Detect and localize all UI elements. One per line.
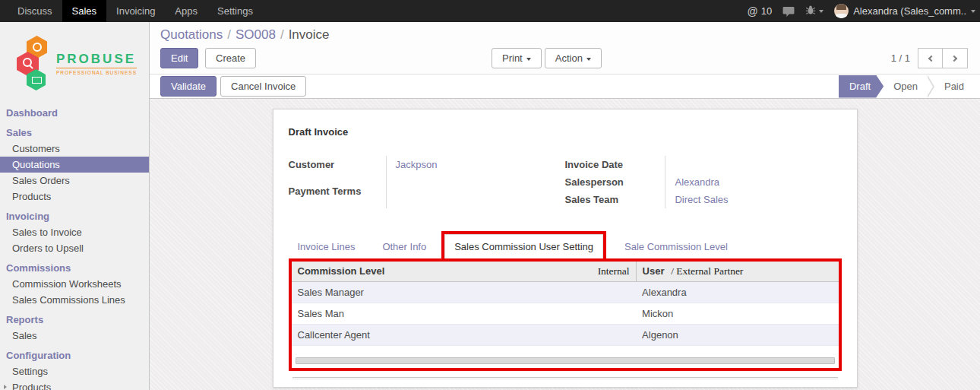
action-dropdown-button[interactable]: Action [545,48,602,68]
activities-counter[interactable]: @ 10 [747,5,772,17]
invoice-date-value [665,156,841,173]
sidebar-item-sales-to-invoice[interactable]: Sales to Invoice [0,224,149,240]
sales-team-value-link[interactable]: Direct Sales [665,191,841,208]
topbar-systray: @ 10 Alexandra (Sales_comm.. [747,0,980,22]
user-menu[interactable]: Alexandra (Sales_comm.. [834,4,975,18]
sidebar-item-sales-report[interactable]: Sales [0,328,149,344]
tab-sale-commission-level[interactable]: Sale Commission Level [615,235,737,258]
breadcrumb-quotations[interactable]: Quotations [160,27,223,42]
sidebar-item-label: Products [12,382,51,390]
commission-level-cell: Sales Man [292,303,637,325]
invoice-sheet: Draft Invoice Customer Jackpson Payment … [273,109,858,388]
horizontal-scrollbar[interactable] [296,357,835,364]
bug-icon [805,5,816,17]
table-row[interactable]: Sales Manager Alexandra [292,282,839,303]
field-invoice-date: Invoice Date [564,156,841,173]
statusbar: Validate Cancel Invoice Draft Open Paid [150,75,980,99]
menu-sales[interactable]: Sales [62,0,107,22]
column-header-user[interactable]: User / External Partner [636,262,838,282]
table-header-row: Commission Level Internal User / Externa… [292,262,839,282]
create-button[interactable]: Create [205,48,256,68]
user-name: Alexandra (Sales_comm.. [853,5,966,17]
activities-count: 10 [761,5,772,17]
notebook-tabs: Invoice Lines Other Info Sales Commissio… [289,234,842,258]
column-header-commission-level[interactable]: Commission Level Internal [292,262,637,282]
invoice-title: Draft Invoice [289,126,842,138]
breadcrumb-so008[interactable]: SO008 [236,27,276,42]
chevron-down-icon [526,58,531,61]
tab-other-info[interactable]: Other Info [373,235,435,258]
logo-text: PROBUSE PROFESSIONAL BUSINESS [56,52,137,75]
pager-next-button[interactable] [943,48,968,68]
tab-invoice-lines[interactable]: Invoice Lines [289,235,365,258]
pager: 1 / 1 [891,48,968,68]
sidebar-heading-invoicing[interactable]: Invoicing [0,208,149,224]
status-open[interactable]: Open [884,75,928,98]
sidebar-nav: Dashboard Sales Customers Quotations Sal… [0,105,149,390]
sidebar-item-products[interactable]: Products [0,189,149,205]
sidebar-heading-reports[interactable]: Reports [0,312,149,328]
validate-button[interactable]: Validate [160,76,217,97]
customer-value-link[interactable]: Jackpson [386,156,548,182]
sidebar-item-settings[interactable]: Settings [0,363,149,379]
external-partner-header-label: / External Partner [671,265,743,277]
sidebar-item-sales-commissions-lines[interactable]: Sales Commissions Lines [0,292,149,308]
sidebar-heading-sales[interactable]: Sales [0,125,149,141]
status-paid[interactable]: Paid [934,75,974,98]
messages-icon[interactable] [782,6,795,17]
sidebar-item-orders-to-upsell[interactable]: Orders to Upsell [0,240,149,256]
field-payment-terms: Payment Terms [289,182,548,209]
status-pipeline: Draft Open Paid [839,75,974,98]
mention-icon: @ [747,5,757,17]
logo-brand-name: PROBUSE [56,52,137,67]
sidebar-item-products-config[interactable]: Products [0,379,149,390]
sidebar-item-customers[interactable]: Customers [0,141,149,157]
cancel-invoice-button[interactable]: Cancel Invoice [220,76,306,97]
top-menu: Discuss Sales Invoicing Apps Settings [0,0,263,22]
print-dropdown-button[interactable]: Print [492,48,542,68]
app-root: Discuss Sales Invoicing Apps Settings @ … [0,0,980,390]
sidebar-item-quotations[interactable]: Quotations [0,157,149,173]
top-navbar: Discuss Sales Invoicing Apps Settings @ … [0,0,980,22]
form-fields: Customer Jackpson Payment Terms Invoice … [289,156,842,208]
debug-menu[interactable] [805,5,824,17]
chevron-down-icon [819,10,824,13]
breadcrumb-current: Invoice [289,27,330,42]
chevron-left-icon [928,55,934,61]
payment-terms-value [386,182,548,209]
commission-level-cell: Callcenter Agent [292,325,637,346]
status-draft[interactable]: Draft [839,75,884,98]
sidebar-heading-configuration[interactable]: Configuration [0,347,149,363]
sidebar-heading-dashboard[interactable]: Dashboard [0,105,149,121]
field-sales-team: Sales Team Direct Sales [564,191,841,208]
form-view-background: Draft Invoice Customer Jackpson Payment … [150,99,980,390]
menu-invoicing[interactable]: Invoicing [106,0,165,22]
control-panel-buttons: Edit Create Print Action 1 / 1 [160,48,969,68]
field-salesperson: Salesperson Alexandra [564,173,841,191]
menu-settings[interactable]: Settings [207,0,263,22]
salesperson-value-link[interactable]: Alexandra [665,173,841,191]
pager-previous-button[interactable] [918,48,943,68]
payment-terms-label: Payment Terms [289,182,386,209]
chevron-down-icon [971,10,975,13]
commission-user-table: Commission Level Internal User / Externa… [292,262,839,346]
chevron-down-icon [586,58,591,61]
logo-hexagons-icon [17,36,50,90]
sidebar-item-commission-worksheets[interactable]: Commission Worksheets [0,276,149,292]
sidebar-item-sales-orders[interactable]: Sales Orders [0,173,149,189]
user-cell: Algenon [636,325,838,346]
table-row[interactable]: Sales Man Mickon [292,303,839,325]
chevron-right-icon [951,55,957,61]
form-group-right: Invoice Date Salesperson Alexandra Sales… [564,156,841,208]
menu-discuss[interactable]: Discuss [8,0,62,22]
menu-apps[interactable]: Apps [165,0,207,22]
user-cell: Alexandra [636,282,838,303]
tab-sales-commission-user-setting[interactable]: Sales Commission User Setting [444,234,603,258]
sidebar: PROBUSE PROFESSIONAL BUSINESS Dashboard … [0,22,150,390]
internal-header-label: Internal [598,265,630,277]
table-row[interactable]: Callcenter Agent Algenon [292,325,839,346]
sidebar-heading-commissions[interactable]: Commissions [0,260,149,276]
edit-button[interactable]: Edit [160,48,198,68]
commission-level-cell: Sales Manager [292,282,637,303]
user-avatar [834,4,849,18]
